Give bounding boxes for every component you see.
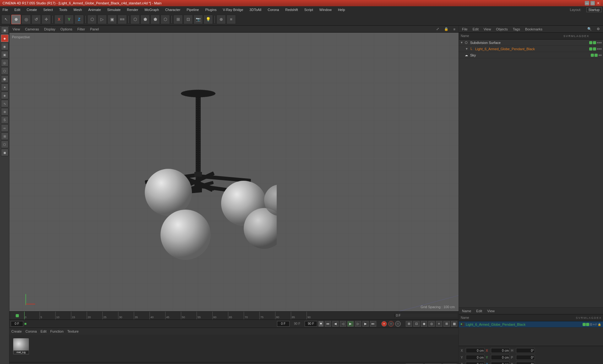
viewport-more-btn[interactable]: ≡ [452, 27, 457, 32]
viewport-lock-btn[interactable]: 🔒 [443, 26, 450, 32]
obj-objects-menu[interactable]: Objects [495, 27, 509, 32]
attr-name-menu[interactable]: Name [461, 308, 472, 313]
mat-corona-menu[interactable]: Corona [25, 329, 37, 333]
subdiv-more[interactable]: ≡≡≡ [597, 41, 602, 44]
camera-tool[interactable]: 📷 [193, 15, 203, 24]
end-frame-input[interactable] [305, 321, 317, 327]
menu-animate[interactable]: Animate [87, 7, 102, 12]
obj-mode-btn[interactable]: ⬡ [130, 15, 140, 24]
rc-hx-input[interactable] [516, 348, 535, 353]
subdivision-tool[interactable]: ⬡ [1, 67, 8, 75]
rc-rz-input[interactable] [491, 362, 510, 364]
sky-more[interactable]: ≡≡ [598, 54, 602, 57]
mat-function-menu[interactable]: Function [50, 329, 63, 333]
motion-tool[interactable]: ◎ [1, 59, 8, 67]
model-tool[interactable]: ◼ [1, 26, 8, 34]
axis-x-btn[interactable]: X [54, 15, 64, 24]
rc-z-input[interactable] [466, 362, 485, 364]
fps-dropdown[interactable]: ▼ [318, 321, 323, 327]
menu-create[interactable]: Create [25, 7, 38, 12]
layout-btn-7[interactable]: ▦ [451, 321, 457, 327]
render-settings-btn[interactable]: ▣ [107, 15, 117, 24]
menu-tools[interactable]: Tools [58, 7, 68, 12]
next-frame-btn[interactable]: ▶ [362, 321, 369, 327]
vp-panel-menu[interactable]: Panel [89, 27, 100, 32]
obj-bookmarks-menu[interactable]: Bookmarks [524, 27, 544, 32]
mat-texture-menu[interactable]: Texture [67, 329, 79, 333]
hair-tool[interactable]: ⬡ [1, 141, 8, 148]
render-queue-btn[interactable]: ≡≡ [117, 15, 127, 24]
layout-btn-4[interactable]: ◎ [428, 321, 435, 327]
light-more[interactable]: ≡≡≡ [597, 47, 602, 51]
maximize-button[interactable]: □ [590, 1, 595, 5]
select-tool[interactable]: ◈ [1, 35, 8, 42]
record-stop-btn[interactable]: ○ [388, 321, 394, 327]
rc-y-input[interactable] [466, 355, 485, 360]
menu-edit[interactable]: Edit [13, 7, 22, 12]
menu-script[interactable]: Script [303, 7, 314, 12]
obj-settings-icon[interactable]: ⚙ [595, 26, 601, 32]
subdiv-dot2[interactable] [593, 41, 596, 44]
obj-view-menu[interactable]: View [482, 27, 492, 32]
light-tool[interactable]: 💡 [204, 15, 213, 24]
arrow-tool-btn[interactable]: ↖ [1, 15, 11, 24]
viewport-expand-btn[interactable]: ⤢ [435, 26, 440, 32]
attr-edit-menu[interactable]: Edit [475, 308, 483, 313]
obj-file-menu[interactable]: File [461, 27, 469, 32]
obj-light-armed[interactable]: ▼ L Light_6_Armed_Globe_Pendant_Black ≡≡… [459, 46, 603, 52]
obj-search-icon[interactable]: 🔍 [586, 26, 593, 32]
next-play-btn[interactable]: ▷ [355, 321, 361, 327]
object-list[interactable]: ▼ ⬡ Subdivision Surface ≡≡≡ ▼ L Light_6_… [459, 40, 603, 307]
snap-settings[interactable]: ≡ [226, 15, 236, 24]
render-view-btn[interactable]: ▷ [97, 15, 107, 24]
layout-value[interactable]: Startup [586, 7, 602, 12]
poly-mode-btn[interactable]: ⬡ [160, 15, 170, 24]
layout-btn-2[interactable]: ⊡ [413, 321, 420, 327]
menu-redshift[interactable]: Redshift [284, 7, 299, 12]
current-frame-input[interactable] [277, 321, 290, 327]
light-dot1[interactable] [589, 47, 592, 51]
axis-y-btn[interactable]: Y [64, 15, 74, 24]
vp-filter-menu[interactable]: Filter [76, 27, 86, 32]
rc-x-input[interactable] [466, 348, 485, 353]
close-button[interactable]: ✕ [596, 1, 600, 5]
axis-z-btn[interactable]: Z [74, 15, 84, 24]
layout-btn-3[interactable]: ◉ [421, 321, 427, 327]
subdiv-dot1[interactable] [589, 41, 592, 44]
vp-display-menu[interactable]: Display [43, 27, 57, 32]
rotate-tool-btn[interactable]: ↺ [31, 15, 41, 24]
mat-create-menu[interactable]: Create [11, 329, 22, 333]
render-region-btn[interactable]: ⬡ [87, 15, 97, 24]
timeline-ruler[interactable]: 0 5 10 15 20 25 30 35 40 45 50 55 60 65 … [24, 312, 394, 319]
floor-tool[interactable]: ⊞ [173, 15, 183, 24]
vp-options-menu[interactable]: Options [59, 27, 73, 32]
sculpt-tool[interactable]: ▣ [1, 51, 8, 58]
layout-btn-5[interactable]: ≡ [436, 321, 442, 327]
prev-frame-btn[interactable]: ◀ [332, 321, 339, 327]
snap-enable[interactable]: ⊕ [216, 15, 226, 24]
obj-tags-menu[interactable]: Tags [512, 27, 521, 32]
menu-select[interactable]: Select [42, 7, 54, 12]
menu-corona[interactable]: Corona [266, 7, 280, 12]
layout-btn-1[interactable]: ⊞ [406, 321, 412, 327]
viewport-3d[interactable]: Perspective [9, 33, 459, 311]
attr-item-light[interactable]: ■ Light_6_Armed_Globe_Pendant_Black ⛓ ≡ … [459, 321, 603, 328]
move-tool-btn[interactable]: ⊕ [11, 15, 21, 24]
play-btn[interactable]: ▶ [347, 321, 354, 327]
add-tool-btn[interactable]: ✛ [41, 15, 51, 24]
auto-key-btn[interactable]: ○ [395, 321, 401, 327]
prev-play-btn[interactable]: ◁ [340, 321, 346, 327]
mirror-tool[interactable]: S [1, 116, 8, 124]
menu-plugins[interactable]: Plugins [204, 7, 218, 12]
knife-tool[interactable]: ⊕ [1, 108, 8, 115]
menu-vray[interactable]: V-Ray Bridge [222, 7, 245, 12]
menu-character[interactable]: Character [164, 7, 182, 12]
sym-tool[interactable]: ∞ [1, 124, 8, 132]
scale-tool-btn[interactable]: ◎ [21, 15, 31, 24]
grid-tool[interactable]: ⊡ [183, 15, 193, 24]
record-btn[interactable]: ● [381, 321, 387, 327]
go-start-btn[interactable]: ⏮ [325, 321, 331, 327]
menu-simulate[interactable]: Simulate [106, 7, 122, 12]
obj-edit-menu[interactable]: Edit [471, 27, 480, 32]
mat-edit-menu[interactable]: Edit [41, 329, 46, 333]
